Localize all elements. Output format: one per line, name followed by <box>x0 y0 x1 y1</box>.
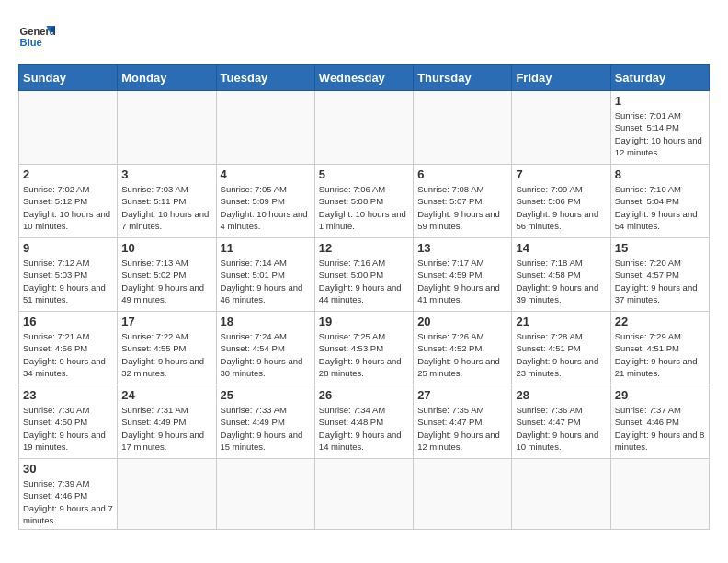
calendar-cell: 9Sunrise: 7:12 AM Sunset: 5:03 PM Daylig… <box>19 238 118 312</box>
column-header-tuesday: Tuesday <box>216 65 314 91</box>
calendar-cell: 1Sunrise: 7:01 AM Sunset: 5:14 PM Daylig… <box>610 91 709 165</box>
day-number: 1 <box>615 94 705 108</box>
day-info: Sunrise: 7:09 AM Sunset: 5:06 PM Dayligh… <box>516 183 606 232</box>
calendar-cell: 26Sunrise: 7:34 AM Sunset: 4:48 PM Dayli… <box>314 385 413 459</box>
calendar-cell: 14Sunrise: 7:18 AM Sunset: 4:58 PM Dayli… <box>512 238 610 312</box>
day-number: 26 <box>319 388 409 402</box>
calendar-cell: 15Sunrise: 7:20 AM Sunset: 4:57 PM Dayli… <box>610 238 709 312</box>
week-row-5: 23Sunrise: 7:30 AM Sunset: 4:50 PM Dayli… <box>19 385 710 459</box>
day-number: 21 <box>516 315 606 328</box>
day-info: Sunrise: 7:22 AM Sunset: 4:55 PM Dayligh… <box>121 330 211 379</box>
day-number: 17 <box>121 315 211 328</box>
calendar-cell: 3Sunrise: 7:03 AM Sunset: 5:11 PM Daylig… <box>118 165 216 238</box>
day-number: 4 <box>221 167 311 181</box>
calendar-cell <box>118 459 216 530</box>
day-info: Sunrise: 7:05 AM Sunset: 5:09 PM Dayligh… <box>221 183 311 232</box>
week-row-3: 9Sunrise: 7:12 AM Sunset: 5:03 PM Daylig… <box>19 238 710 312</box>
day-info: Sunrise: 7:16 AM Sunset: 5:00 PM Dayligh… <box>319 257 409 305</box>
calendar-cell: 29Sunrise: 7:37 AM Sunset: 4:46 PM Dayli… <box>610 385 709 459</box>
column-header-saturday: Saturday <box>610 65 709 91</box>
calendar-cell: 7Sunrise: 7:09 AM Sunset: 5:06 PM Daylig… <box>512 165 610 238</box>
calendar-cell: 13Sunrise: 7:17 AM Sunset: 4:59 PM Dayli… <box>414 238 512 312</box>
calendar-cell: 10Sunrise: 7:13 AM Sunset: 5:02 PM Dayli… <box>118 238 216 312</box>
day-number: 11 <box>221 241 311 255</box>
day-number: 10 <box>121 241 211 255</box>
day-number: 28 <box>516 388 606 402</box>
calendar-cell: 16Sunrise: 7:21 AM Sunset: 4:56 PM Dayli… <box>19 312 118 385</box>
logo-icon: General Blue <box>18 18 55 55</box>
day-number: 2 <box>23 167 113 181</box>
calendar-cell: 5Sunrise: 7:06 AM Sunset: 5:08 PM Daylig… <box>314 165 413 238</box>
calendar-cell: 27Sunrise: 7:35 AM Sunset: 4:47 PM Dayli… <box>414 385 512 459</box>
day-number: 29 <box>615 388 705 402</box>
calendar-cell: 25Sunrise: 7:33 AM Sunset: 4:49 PM Dayli… <box>216 385 314 459</box>
day-info: Sunrise: 7:26 AM Sunset: 4:52 PM Dayligh… <box>417 330 507 379</box>
calendar-cell: 6Sunrise: 7:08 AM Sunset: 5:07 PM Daylig… <box>414 165 512 238</box>
day-number: 7 <box>516 167 606 181</box>
day-info: Sunrise: 7:17 AM Sunset: 4:59 PM Dayligh… <box>417 257 507 305</box>
column-header-thursday: Thursday <box>414 65 512 91</box>
day-info: Sunrise: 7:21 AM Sunset: 4:56 PM Dayligh… <box>23 330 113 379</box>
calendar-table: SundayMondayTuesdayWednesdayThursdayFrid… <box>18 64 710 530</box>
week-row-1: 1Sunrise: 7:01 AM Sunset: 5:14 PM Daylig… <box>19 91 710 165</box>
calendar-cell <box>610 459 709 530</box>
calendar-cell: 20Sunrise: 7:26 AM Sunset: 4:52 PM Dayli… <box>414 312 512 385</box>
day-number: 9 <box>23 241 113 255</box>
day-number: 19 <box>319 315 409 328</box>
calendar-cell <box>314 91 413 165</box>
calendar-cell: 18Sunrise: 7:24 AM Sunset: 4:54 PM Dayli… <box>216 312 314 385</box>
day-number: 20 <box>417 315 507 328</box>
calendar-cell <box>512 91 610 165</box>
calendar-cell: 28Sunrise: 7:36 AM Sunset: 4:47 PM Dayli… <box>512 385 610 459</box>
day-info: Sunrise: 7:13 AM Sunset: 5:02 PM Dayligh… <box>121 257 211 305</box>
day-info: Sunrise: 7:28 AM Sunset: 4:51 PM Dayligh… <box>516 330 606 379</box>
day-info: Sunrise: 7:10 AM Sunset: 5:04 PM Dayligh… <box>615 183 705 232</box>
calendar-cell: 17Sunrise: 7:22 AM Sunset: 4:55 PM Dayli… <box>118 312 216 385</box>
calendar-cell <box>414 459 512 530</box>
day-number: 12 <box>319 241 409 255</box>
day-info: Sunrise: 7:12 AM Sunset: 5:03 PM Dayligh… <box>23 257 113 305</box>
calendar-cell <box>314 459 413 530</box>
day-info: Sunrise: 7:36 AM Sunset: 4:47 PM Dayligh… <box>516 404 606 453</box>
week-row-4: 16Sunrise: 7:21 AM Sunset: 4:56 PM Dayli… <box>19 312 710 385</box>
logo: General Blue <box>18 18 55 55</box>
calendar-cell <box>19 91 118 165</box>
calendar-cell: 2Sunrise: 7:02 AM Sunset: 5:12 PM Daylig… <box>19 165 118 238</box>
week-row-6: 30Sunrise: 7:39 AM Sunset: 4:46 PM Dayli… <box>19 459 710 530</box>
calendar-cell: 24Sunrise: 7:31 AM Sunset: 4:49 PM Dayli… <box>118 385 216 459</box>
column-header-monday: Monday <box>118 65 216 91</box>
svg-text:Blue: Blue <box>20 37 42 48</box>
day-number: 3 <box>121 167 211 181</box>
calendar-cell <box>414 91 512 165</box>
calendar-cell <box>512 459 610 530</box>
day-info: Sunrise: 7:29 AM Sunset: 4:51 PM Dayligh… <box>615 330 705 379</box>
day-number: 25 <box>221 388 311 402</box>
column-header-sunday: Sunday <box>19 65 118 91</box>
day-number: 24 <box>121 388 211 402</box>
calendar-cell: 30Sunrise: 7:39 AM Sunset: 4:46 PM Dayli… <box>19 459 118 530</box>
day-info: Sunrise: 7:08 AM Sunset: 5:07 PM Dayligh… <box>417 183 507 232</box>
day-number: 14 <box>516 241 606 255</box>
page-header: General Blue <box>18 18 710 55</box>
calendar-cell: 8Sunrise: 7:10 AM Sunset: 5:04 PM Daylig… <box>610 165 709 238</box>
calendar-cell: 23Sunrise: 7:30 AM Sunset: 4:50 PM Dayli… <box>19 385 118 459</box>
week-row-2: 2Sunrise: 7:02 AM Sunset: 5:12 PM Daylig… <box>19 165 710 238</box>
day-number: 18 <box>221 315 311 328</box>
day-number: 16 <box>23 315 113 328</box>
day-number: 8 <box>615 167 705 181</box>
day-info: Sunrise: 7:37 AM Sunset: 4:46 PM Dayligh… <box>615 404 705 453</box>
day-info: Sunrise: 7:24 AM Sunset: 4:54 PM Dayligh… <box>221 330 311 379</box>
day-info: Sunrise: 7:03 AM Sunset: 5:11 PM Dayligh… <box>121 183 211 232</box>
calendar-cell: 4Sunrise: 7:05 AM Sunset: 5:09 PM Daylig… <box>216 165 314 238</box>
day-number: 5 <box>319 167 409 181</box>
calendar-cell <box>216 91 314 165</box>
day-info: Sunrise: 7:20 AM Sunset: 4:57 PM Dayligh… <box>615 257 705 305</box>
day-info: Sunrise: 7:18 AM Sunset: 4:58 PM Dayligh… <box>516 257 606 305</box>
day-info: Sunrise: 7:14 AM Sunset: 5:01 PM Dayligh… <box>221 257 311 305</box>
calendar-cell: 22Sunrise: 7:29 AM Sunset: 4:51 PM Dayli… <box>610 312 709 385</box>
day-number: 23 <box>23 388 113 402</box>
day-info: Sunrise: 7:31 AM Sunset: 4:49 PM Dayligh… <box>121 404 211 453</box>
day-number: 13 <box>417 241 507 255</box>
day-info: Sunrise: 7:39 AM Sunset: 4:46 PM Dayligh… <box>23 477 113 526</box>
calendar-cell <box>216 459 314 530</box>
